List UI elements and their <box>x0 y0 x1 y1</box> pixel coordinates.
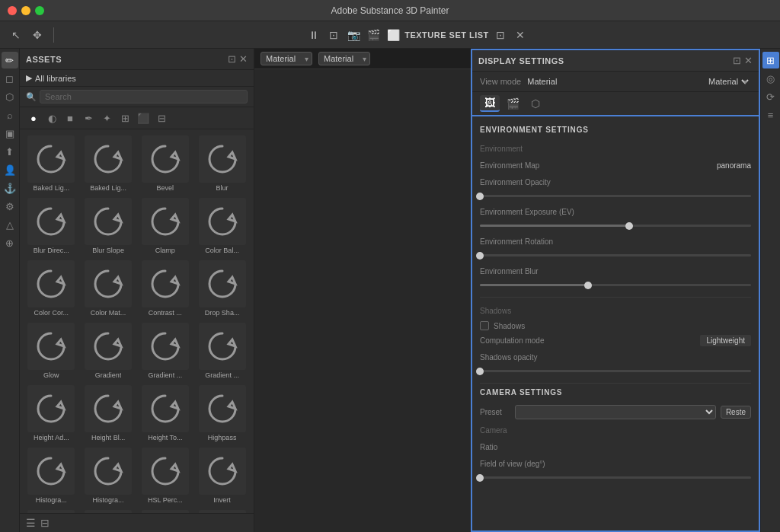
close-button[interactable] <box>8 6 17 15</box>
filter-particle-icon[interactable]: ✦ <box>99 110 114 126</box>
footer-grid-icon[interactable]: ⊟ <box>40 517 50 529</box>
anchor-tool[interactable]: ⚓ <box>2 180 18 196</box>
preset-reset-button[interactable]: Reste <box>721 406 751 419</box>
panel-header-icons: ⊡ ✕ <box>228 53 248 65</box>
preset-label: Preset <box>480 408 510 416</box>
tab-render-icon[interactable]: ⬡ <box>526 95 545 112</box>
asset-item[interactable]: Baked Lig... <box>82 134 136 193</box>
asset-item[interactable]: Histogra... <box>82 446 136 505</box>
search-input[interactable] <box>40 90 248 104</box>
collapse-icon[interactable]: ⊡ <box>492 27 509 43</box>
pause-icon[interactable]: ⏸ <box>305 27 322 43</box>
asset-item[interactable]: Gradient ... <box>139 321 193 381</box>
asset-item[interactable]: Contrast ... <box>139 259 193 318</box>
close-panel-icon[interactable]: ✕ <box>512 27 529 43</box>
asset-item[interactable]: MatFinish... <box>195 508 249 513</box>
filter-crescent-icon[interactable]: ◐ <box>44 110 59 126</box>
environment-rotation-slider-track[interactable] <box>480 254 751 256</box>
environment-exposure-thumb[interactable] <box>625 222 633 230</box>
asset-item[interactable]: Mask Out... <box>24 508 78 513</box>
asset-item[interactable]: Clamp <box>139 196 193 256</box>
environment-blur-thumb[interactable] <box>584 282 592 289</box>
fov-slider-track[interactable] <box>480 476 751 479</box>
move-icon[interactable]: ✥ <box>29 27 46 43</box>
viewport-dropdown2[interactable]: Material <box>318 52 370 65</box>
asset-label: HSL Perc... <box>148 496 183 504</box>
all-libraries-label: All libraries <box>35 74 76 83</box>
viewport-dropdown1[interactable]: Material <box>261 52 312 65</box>
asset-item[interactable]: Bevel <box>139 134 193 193</box>
filter-all-icon[interactable]: ⊟ <box>154 110 169 126</box>
asset-item[interactable]: Color Mat... <box>82 259 136 318</box>
filter-square-icon[interactable]: ■ <box>62 110 78 126</box>
viewport-icon[interactable]: ⊡ <box>325 27 342 43</box>
asset-item[interactable]: Blur Slope <box>82 196 136 256</box>
shadows-opacity-thumb[interactable] <box>476 368 484 375</box>
asset-item[interactable]: Baked Lig... <box>24 134 78 193</box>
right-tool-history[interactable]: ⟳ <box>762 88 779 105</box>
pointer-icon[interactable]: ↖ <box>8 27 24 43</box>
filter-grid-icon[interactable]: ⊞ <box>117 110 133 126</box>
shadows-opacity-slider-track[interactable] <box>480 370 751 372</box>
maximize-button[interactable] <box>35 6 44 15</box>
asset-item[interactable]: Blur Direc... <box>24 196 78 256</box>
asset-item[interactable]: Drop Sha... <box>195 259 249 318</box>
environment-opacity-label: Environment Opacity <box>480 178 751 186</box>
environment-opacity-thumb[interactable] <box>476 193 484 200</box>
asset-item[interactable]: Color Bal... <box>195 196 249 256</box>
paint-tool[interactable]: ✏ <box>2 52 18 68</box>
right-tool-info[interactable]: ≡ <box>762 107 779 123</box>
right-tool-properties[interactable]: ◎ <box>762 70 779 87</box>
view-mode-select[interactable]: Material <box>705 76 751 87</box>
tab-image-icon[interactable]: 🖼 <box>480 95 500 112</box>
filter-sphere-icon[interactable]: ● <box>26 110 41 126</box>
asset-item[interactable]: HSL Perc... <box>139 446 193 505</box>
asset-item[interactable]: Glow <box>24 321 78 381</box>
window-controls[interactable] <box>8 6 44 15</box>
environment-blur-slider-track[interactable] <box>480 284 751 286</box>
asset-item[interactable]: Highpass <box>195 384 249 443</box>
export-icon[interactable]: ⬜ <box>385 27 401 43</box>
asset-item[interactable]: MatFinish... <box>82 508 136 513</box>
select-tool[interactable]: ⌕ <box>2 107 18 123</box>
layers-tool[interactable]: ⬆ <box>2 143 18 160</box>
environment-exposure-slider-track[interactable] <box>480 225 751 227</box>
footer-list-icon[interactable]: ☰ <box>26 517 36 529</box>
asset-item[interactable]: Gradient ... <box>195 321 249 381</box>
fill-tool[interactable]: ▣ <box>2 125 18 142</box>
filter-texture-icon[interactable]: ⬛ <box>136 110 151 126</box>
fov-thumb[interactable] <box>476 474 484 482</box>
camera-icon[interactable]: 📷 <box>345 27 362 43</box>
asset-item[interactable]: Gradient <box>82 321 136 381</box>
tab-video-icon[interactable]: 🎬 <box>503 95 523 112</box>
settings-tool[interactable]: ⚙ <box>2 198 18 215</box>
geometry-tool[interactable]: △ <box>2 216 18 233</box>
right-tool-layers[interactable]: ⊞ <box>762 52 779 68</box>
video-icon[interactable]: 🎬 <box>365 27 382 43</box>
asset-item[interactable]: Height Bl... <box>82 384 136 443</box>
asset-item[interactable]: Blur <box>195 134 249 193</box>
asset-item[interactable]: Color Cor... <box>24 259 78 318</box>
environment-rotation-thumb[interactable] <box>476 252 484 260</box>
shadows-checkbox[interactable] <box>480 321 489 330</box>
eraser-tool[interactable]: ◻ <box>2 70 18 87</box>
environment-opacity-slider-track[interactable] <box>480 195 751 197</box>
ds-close-icon[interactable]: ✕ <box>744 55 753 66</box>
panel-expand-icon[interactable]: ⊡ <box>228 53 236 65</box>
minimize-button[interactable] <box>21 6 30 15</box>
asset-item[interactable]: Histogra... <box>24 446 78 505</box>
plugin-tool[interactable]: ⊕ <box>2 234 18 251</box>
asset-thumbnail <box>142 323 189 370</box>
user-tool[interactable]: 👤 <box>2 161 18 178</box>
panel-close-icon[interactable]: ✕ <box>239 53 248 65</box>
projection-tool[interactable]: ⬡ <box>2 88 18 105</box>
asset-item[interactable]: Invert <box>195 446 249 505</box>
filter-brush-icon[interactable]: ✒ <box>81 110 96 126</box>
asset-item[interactable]: Height Ad... <box>24 384 78 443</box>
viewport: Material Material <box>254 49 471 532</box>
ds-expand-icon[interactable]: ⊡ <box>733 55 741 66</box>
asset-item[interactable]: MatFinish... <box>139 508 193 513</box>
asset-item[interactable]: Height To... <box>139 384 193 443</box>
preset-select[interactable] <box>515 405 716 419</box>
all-libraries-item[interactable]: ▶ All libraries <box>20 70 254 87</box>
